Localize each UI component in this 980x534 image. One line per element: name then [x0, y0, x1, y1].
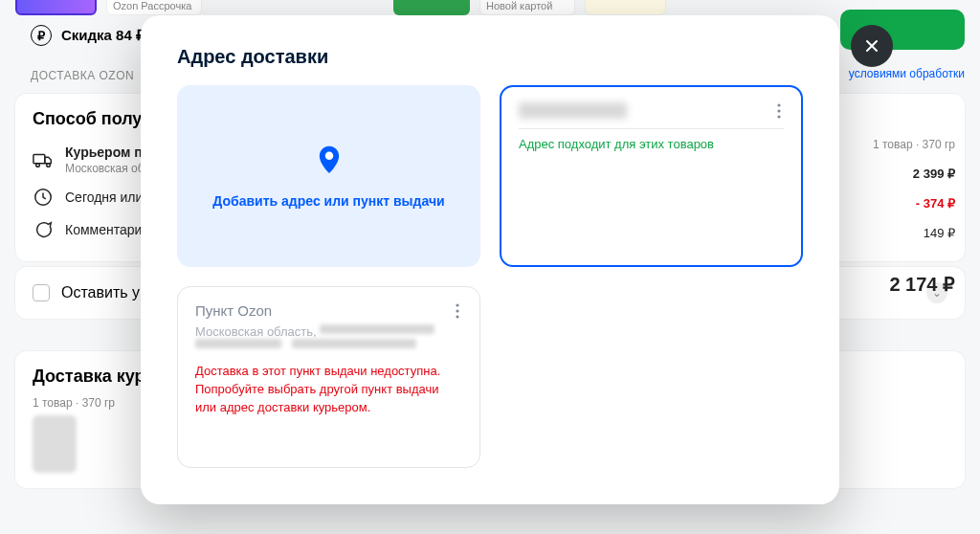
address-status-ok: Адрес подходит для этих товаров — [519, 137, 784, 151]
add-address-label: Добавить адрес или пункт выдачи — [212, 193, 444, 209]
pickup-title: Пункт Ozon — [195, 302, 462, 319]
pin-icon — [313, 144, 345, 176]
svg-point-8 — [456, 303, 458, 306]
modal-title: Адрес доставки — [177, 46, 803, 68]
modal-overlay: Адрес доставки Добавить адрес или пункт … — [0, 0, 980, 534]
svg-point-9 — [456, 309, 458, 312]
dots-vertical-icon — [456, 303, 459, 319]
svg-point-10 — [456, 315, 458, 318]
pickup-card-menu[interactable] — [445, 299, 470, 323]
address-modal: Адрес доставки Добавить адрес или пункт … — [141, 15, 839, 504]
address-title-redacted: xxxxxxxxxx xxx — [519, 102, 784, 119]
close-button[interactable] — [851, 25, 893, 67]
pickup-region: Московская область, — [195, 324, 317, 339]
pickup-address-redacted: Московская область, xxxxxxxxxx xxxxx xxx… — [195, 324, 462, 353]
divider — [519, 128, 784, 129]
address-card-selected[interactable]: xxxxxxxxxx xxx Адрес подходит для этих т… — [500, 85, 803, 267]
svg-point-4 — [324, 152, 333, 161]
close-icon — [862, 36, 881, 56]
add-address-card[interactable]: Добавить адрес или пункт выдачи — [177, 85, 480, 267]
pickup-status-error: Доставка в этот пункт выдачи недоступна.… — [195, 363, 462, 417]
pickup-card-unavailable[interactable]: Пункт Ozon Московская область, xxxxxxxxx… — [177, 286, 480, 468]
